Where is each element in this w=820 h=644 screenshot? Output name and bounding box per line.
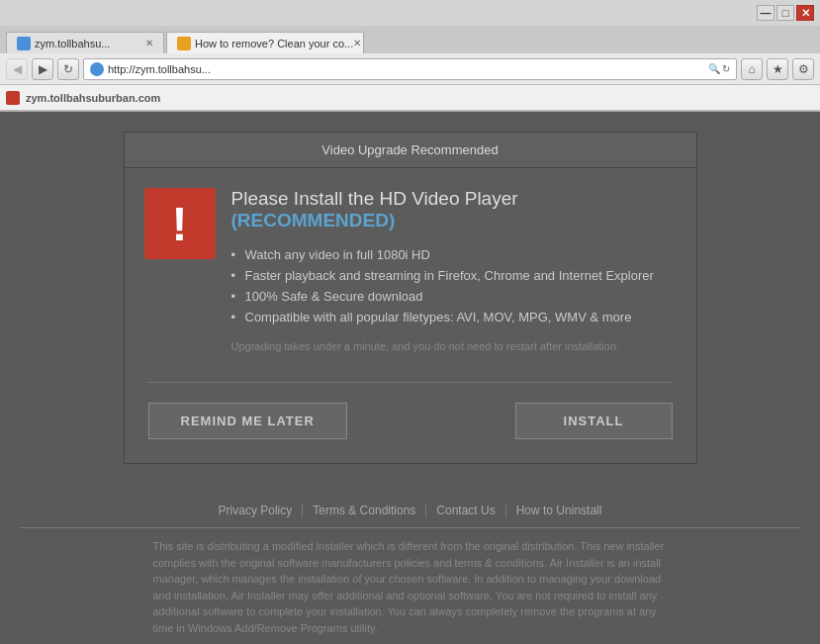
feature-item: 100% Safe & Secure download [231, 289, 673, 304]
feature-item: Watch any video in full 1080i HD [231, 247, 673, 262]
footer-link-contact[interactable]: Contact Us [426, 504, 505, 517]
tab-howto-close[interactable]: ✕ [353, 38, 361, 48]
favorites-button[interactable]: ★ [767, 58, 788, 80]
maximize-button[interactable]: □ [776, 5, 794, 21]
footer-disclaimer: This site is distributing a modified ins… [134, 538, 687, 636]
address-bar[interactable]: http://zym.tollbahsu... 🔍 ↻ [83, 58, 737, 80]
modal-title-accent: (RECOMMENDED) [231, 210, 396, 230]
footer-link-uninstall[interactable]: How to Uninstall [506, 504, 612, 517]
modal-body: ! Please Install the HD Video Player (RE… [125, 168, 696, 382]
footer-link-terms[interactable]: Terms & Conditions [303, 504, 426, 517]
modal-buttons: REMIND ME LATER INSTALL [125, 403, 696, 463]
install-button[interactable]: INSTALL [515, 403, 673, 439]
feature-item: Faster playback and streaming in Firefox… [231, 268, 673, 283]
modal-features-list: Watch any video in full 1080i HD Faster … [231, 247, 673, 324]
site-favicon [6, 91, 20, 105]
tab-howto[interactable]: How to remove? Clean your co... ✕ [166, 32, 364, 53]
remind-later-button[interactable]: REMIND ME LATER [148, 403, 347, 439]
modal-text-area: Please Install the HD Video Player (RECO… [231, 188, 673, 352]
address-icon [90, 62, 104, 76]
refresh-button[interactable]: ↻ [57, 58, 79, 80]
footer-link-privacy[interactable]: Privacy Policy [209, 504, 304, 517]
modal-dialog: Video Upgrade Recommended ! Please Insta… [124, 132, 697, 464]
site-domain: zym.tollbahsuburban.com [26, 92, 160, 104]
feature-item: Compatible with all popular filetypes: A… [231, 310, 673, 324]
close-button[interactable]: ✕ [796, 5, 814, 21]
search-icon[interactable]: 🔍 [708, 63, 720, 74]
nav-bar: ◀ ▶ ↻ http://zym.tollbahsu... 🔍 ↻ ⌂ ★ ⚙ [0, 53, 820, 85]
refresh-icon[interactable]: ↻ [722, 63, 730, 74]
tab-howto-icon [177, 37, 191, 50]
modal-warning-icon: ! [144, 188, 216, 259]
modal-header: Video Upgrade Recommended [125, 133, 696, 168]
modal-title: Please Install the HD Video Player (RECO… [231, 188, 673, 231]
back-button[interactable]: ◀ [6, 58, 28, 80]
title-bar: — □ ✕ [0, 0, 820, 26]
home-button[interactable]: ⌂ [741, 58, 763, 80]
address-text: http://zym.tollbahsu... [108, 63, 704, 75]
tab-bar: zym.tollbahsu... ✕ How to remove? Clean … [0, 26, 820, 53]
tab-zym[interactable]: zym.tollbahsu... ✕ [6, 32, 164, 53]
active-site-bar: zym.tollbahsuburban.com [0, 85, 820, 111]
forward-button[interactable]: ▶ [32, 58, 53, 80]
page-content: Video Upgrade Recommended ! Please Insta… [0, 112, 820, 644]
minimize-button[interactable]: — [757, 5, 774, 21]
footer: Privacy Policy Terms & Conditions Contac… [20, 504, 800, 636]
modal-divider [148, 382, 673, 383]
modal-note: Upgrading takes under a minute, and you … [231, 340, 673, 352]
tab-zym-icon [17, 37, 31, 50]
tab-zym-close[interactable]: ✕ [145, 38, 153, 48]
tools-button[interactable]: ⚙ [792, 58, 814, 80]
footer-links: Privacy Policy Terms & Conditions Contac… [20, 504, 800, 528]
